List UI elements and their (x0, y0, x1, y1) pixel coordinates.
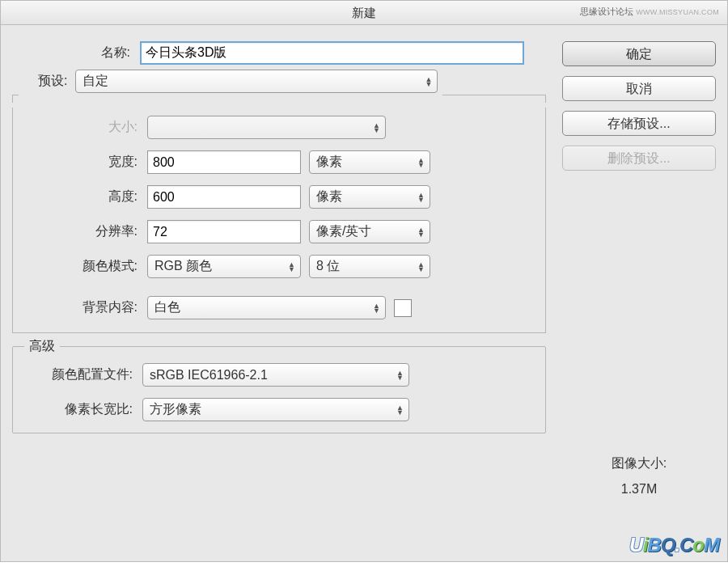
color-profile-value: sRGB IEC61966-2.1 (150, 368, 268, 383)
cancel-button[interactable]: 取消 (562, 76, 716, 101)
ok-button[interactable]: 确定 (562, 41, 716, 66)
resolution-input[interactable] (147, 220, 301, 243)
stepper-icon: ▲▼ (417, 262, 425, 272)
width-unit-value: 像素 (316, 154, 342, 171)
new-file-dialog: 新建 思缘设计论坛 WWW.MISSYUAN.COM 名称: 预设: 自定 ▲▼ (0, 0, 728, 562)
background-label: 背景内容: (19, 299, 147, 316)
preset-dropdown[interactable]: 自定 ▲▼ (75, 70, 438, 93)
delete-preset-button: 删除预设... (562, 146, 716, 171)
resolution-unit-dropdown[interactable]: 像素/英寸 ▲▼ (309, 220, 430, 243)
height-input[interactable] (147, 185, 301, 209)
dialog-title: 新建 (352, 6, 376, 19)
width-label: 宽度: (19, 154, 147, 171)
color-profile-dropdown[interactable]: sRGB IEC61966-2.1 ▲▼ (142, 363, 409, 387)
stepper-icon: ▲▼ (396, 370, 404, 380)
image-size-label: 图像大小: (562, 455, 716, 472)
width-unit-dropdown[interactable]: 像素 ▲▼ (309, 150, 430, 174)
color-mode-label: 颜色模式: (19, 258, 147, 275)
height-unit-dropdown[interactable]: 像素 ▲▼ (309, 185, 430, 209)
background-value: 白色 (154, 299, 180, 316)
color-depth-value: 8 位 (316, 258, 340, 275)
save-preset-button[interactable]: 存储预设... (562, 111, 716, 136)
preset-label: 预设: (38, 73, 72, 90)
size-label: 大小: (19, 119, 147, 136)
stepper-icon: ▲▼ (373, 123, 380, 133)
stepper-icon: ▲▼ (425, 77, 433, 87)
pixel-ratio-label: 像素长宽比: (16, 401, 142, 418)
stepper-icon: ▲▼ (288, 262, 295, 272)
stepper-icon: ▲▼ (417, 192, 425, 202)
image-size-value: 1.37M (562, 482, 716, 497)
color-mode-dropdown[interactable]: RGB 颜色 ▲▼ (147, 255, 301, 278)
height-label: 高度: (19, 188, 147, 205)
watermark-cn: 思缘设计论坛 (580, 6, 633, 16)
color-depth-dropdown[interactable]: 8 位 ▲▼ (309, 255, 430, 278)
name-label: 名称: (12, 44, 140, 61)
preset-value: 自定 (83, 73, 108, 90)
background-color-swatch[interactable] (394, 299, 412, 317)
pixel-ratio-dropdown[interactable]: 方形像素 ▲▼ (142, 398, 409, 421)
name-input[interactable] (140, 41, 524, 65)
background-dropdown[interactable]: 白色 ▲▼ (147, 296, 386, 319)
stepper-icon: ▲▼ (373, 303, 380, 313)
stepper-icon: ▲▼ (396, 405, 404, 415)
width-input[interactable] (147, 150, 301, 174)
advanced-fieldset: 高级 颜色配置文件: sRGB IEC61966-2.1 ▲▼ 像素长宽比: 方… (12, 346, 546, 433)
watermark-url: WWW.MISSYUAN.COM (636, 8, 719, 16)
pixel-ratio-value: 方形像素 (150, 401, 201, 418)
color-mode-value: RGB 颜色 (154, 258, 212, 275)
stepper-icon: ▲▼ (417, 158, 425, 167)
watermark-top: 思缘设计论坛 WWW.MISSYUAN.COM (580, 6, 719, 18)
size-dropdown: ▲▼ (147, 116, 386, 139)
watermark-logo: UiBQ.CoM (629, 534, 719, 556)
advanced-legend: 高级 (24, 338, 60, 355)
resolution-label: 分辨率: (19, 223, 147, 240)
resolution-unit-value: 像素/英寸 (316, 223, 371, 240)
height-unit-value: 像素 (316, 188, 342, 205)
stepper-icon: ▲▼ (417, 227, 425, 237)
color-profile-label: 颜色配置文件: (16, 366, 142, 383)
